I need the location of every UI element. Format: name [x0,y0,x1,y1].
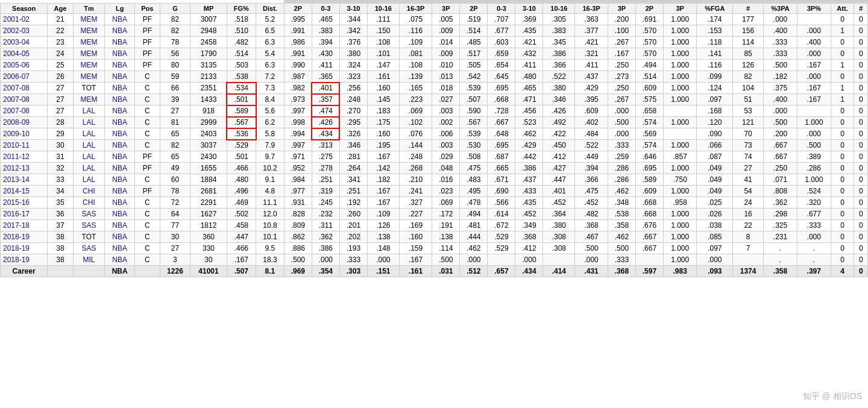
lg-link[interactable]: NBA [112,210,127,218]
season-link[interactable]: 2007-08 [3,84,30,92]
season-cell[interactable]: 2018-19 [1,254,48,266]
tm-cell[interactable]: SAS [73,243,105,254]
season-cell[interactable]: 2002-03 [1,25,48,37]
tm-link[interactable]: LAL [83,130,95,138]
lg-link[interactable]: NBA [112,256,127,264]
season-cell[interactable]: 2007-08 [1,94,48,105]
season-link[interactable]: 2004-05 [3,49,30,58]
season-cell[interactable]: 2005-06 [1,60,48,71]
lg-link[interactable]: NBA [112,118,127,127]
lg-cell[interactable]: NBA [105,174,135,186]
tm-cell[interactable]: CHI [73,197,105,209]
season-link[interactable]: 2014-15 [3,187,30,195]
tm-link[interactable]: SAS [81,210,96,218]
lg-link[interactable]: NBA [112,15,127,24]
lg-cell[interactable]: NBA [105,209,135,220]
tm-link[interactable]: LAL [83,118,95,127]
lg-link[interactable]: NBA [112,130,127,138]
lg-cell[interactable]: NBA [105,128,135,140]
lg-link[interactable]: NBA [112,221,127,230]
season-link[interactable]: 2018-19 [3,233,30,241]
season-cell[interactable]: 2006-07 [1,71,48,83]
season-link[interactable]: 2018-19 [3,244,30,253]
season-cell[interactable]: 2010-11 [1,140,48,151]
lg-cell[interactable]: NBA [105,37,135,48]
tm-cell[interactable]: MEM [73,48,105,60]
season-cell[interactable]: 2007-08 [1,105,48,117]
lg-link[interactable]: NBA [112,49,127,58]
lg-link[interactable]: NBA [112,233,127,241]
lg-link[interactable]: NBA [112,27,127,35]
lg-link[interactable]: NBA [112,187,127,195]
tm-cell[interactable]: MEM [73,71,105,83]
tm-link[interactable]: MEM [80,61,97,69]
tm-cell[interactable]: MEM [73,37,105,48]
season-link[interactable]: 2016-17 [3,210,30,218]
lg-link[interactable]: NBA [112,175,127,184]
tm-link[interactable]: SAS [81,244,96,253]
lg-link[interactable]: NBA [112,244,127,253]
tm-link[interactable]: LAL [83,175,95,184]
tm-link[interactable]: MIL [83,256,95,264]
season-cell[interactable]: 2015-16 [1,197,48,209]
lg-link[interactable]: NBA [112,72,127,81]
season-link[interactable]: 2002-03 [3,27,30,35]
lg-link[interactable]: NBA [112,152,127,161]
tm-link[interactable]: MEM [80,72,97,81]
season-cell[interactable]: 2011-12 [1,151,48,163]
season-cell[interactable]: 2009-10 [1,128,48,140]
lg-cell[interactable]: NBA [105,243,135,254]
tm-link[interactable]: MEM [80,38,97,46]
lg-link[interactable]: NBA [112,38,127,46]
season-cell[interactable]: 2004-05 [1,48,48,60]
season-link[interactable]: 2007-08 [3,107,30,115]
tm-link[interactable]: LAL [83,141,95,149]
tm-link[interactable]: MEM [80,15,97,24]
season-cell[interactable]: 2007-08 [1,83,48,94]
lg-cell[interactable]: NBA [105,14,135,25]
tm-link[interactable]: CHI [83,187,95,195]
tm-link[interactable]: MEM [80,95,97,104]
lg-cell[interactable]: NBA [105,163,135,174]
tm-link[interactable]: LAL [83,164,95,172]
season-link[interactable]: 2018-19 [3,256,30,264]
season-cell[interactable]: 2012-13 [1,163,48,174]
season-cell[interactable]: 2014-15 [1,186,48,197]
tm-link[interactable]: MEM [80,49,97,58]
tm-cell[interactable]: MEM [73,25,105,37]
season-link[interactable]: 2008-09 [3,118,30,127]
season-link[interactable]: 2009-10 [3,130,30,138]
tm-cell[interactable]: MEM [73,14,105,25]
lg-cell[interactable]: NBA [105,48,135,60]
lg-link[interactable]: NBA [112,107,127,115]
lg-cell[interactable]: NBA [105,231,135,243]
season-cell[interactable]: 2016-17 [1,209,48,220]
tm-cell[interactable]: LAL [73,140,105,151]
season-link[interactable]: 2017-18 [3,221,30,230]
tm-cell[interactable]: SAS [73,220,105,231]
season-cell[interactable]: 2018-19 [1,231,48,243]
season-link[interactable]: 2005-06 [3,61,30,69]
lg-cell[interactable]: NBA [105,105,135,117]
season-cell[interactable]: 2017-18 [1,220,48,231]
tm-cell[interactable]: LAL [73,105,105,117]
lg-link[interactable]: NBA [112,84,127,92]
lg-cell[interactable]: NBA [105,94,135,105]
tm-cell[interactable]: LAL [73,174,105,186]
lg-link[interactable]: NBA [112,141,127,149]
lg-link[interactable]: NBA [112,164,127,172]
lg-cell[interactable]: NBA [105,117,135,128]
season-link[interactable]: 2015-16 [3,198,30,207]
lg-cell[interactable]: NBA [105,71,135,83]
lg-cell[interactable]: NBA [105,60,135,71]
lg-cell[interactable]: NBA [105,254,135,266]
season-link[interactable]: 2013-14 [3,175,30,184]
tm-link[interactable]: CHI [83,198,95,207]
tm-link[interactable]: MEM [80,27,97,35]
tm-cell[interactable]: SAS [73,209,105,220]
tm-cell[interactable]: MEM [73,94,105,105]
season-link[interactable]: 2012-13 [3,164,30,172]
lg-cell[interactable]: NBA [105,220,135,231]
lg-link[interactable]: NBA [112,198,127,207]
tm-cell[interactable]: MIL [73,254,105,266]
